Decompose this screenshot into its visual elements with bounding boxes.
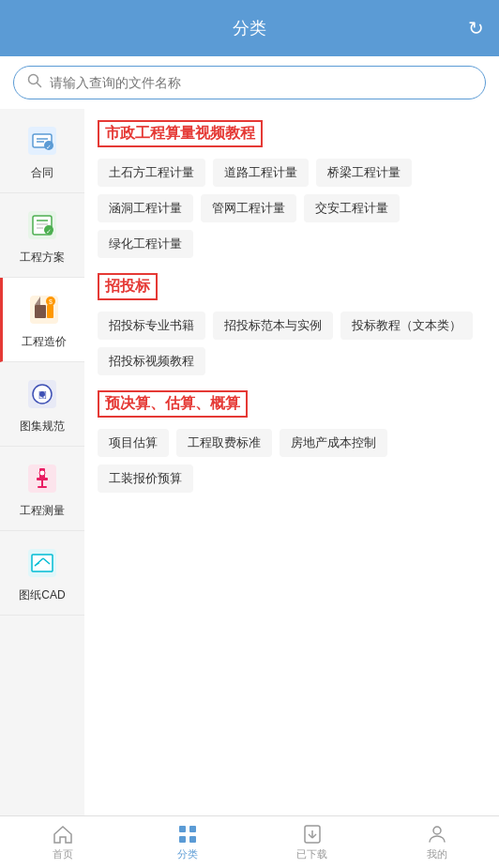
sidebar-item-engineering-plan[interactable]: ✓ 工程方案 bbox=[0, 193, 84, 278]
svg-point-24 bbox=[39, 391, 45, 397]
section-title-budget: 预决算、估算、概算 bbox=[98, 390, 248, 418]
svg-rect-39 bbox=[189, 836, 196, 843]
main-layout: ✓ 合同 ✓ 工程方案 bbox=[0, 109, 499, 815]
sidebar-engineering-cost-label: 工程造价 bbox=[22, 334, 67, 350]
tag-bidding-video[interactable]: 招投标视频教程 bbox=[98, 347, 205, 375]
sidebar-item-cad-drawing[interactable]: 图纸CAD bbox=[0, 531, 84, 616]
svg-rect-27 bbox=[37, 478, 48, 480]
nav-category-label: 分类 bbox=[177, 847, 198, 861]
sidebar-engineering-plan-label: 工程方案 bbox=[20, 250, 65, 266]
sidebar-item-engineering-cost[interactable]: $ 工程造价 bbox=[0, 278, 84, 362]
tag-fitout-quote[interactable]: 工装报价预算 bbox=[98, 464, 193, 493]
cad-drawing-icon bbox=[22, 542, 63, 584]
tag-project-estimate[interactable]: 项目估算 bbox=[98, 429, 169, 457]
tags-municipal: 土石方工程计量 道路工程计量 桥梁工程计量 涵洞工程计量 管网工程计量 交安工程… bbox=[98, 159, 486, 258]
svg-text:$: $ bbox=[49, 298, 53, 305]
svg-rect-38 bbox=[179, 836, 186, 843]
tag-earthwork[interactable]: 土石方工程计量 bbox=[98, 159, 205, 187]
nav-mine-label: 我的 bbox=[427, 847, 447, 861]
tag-traffic-safety[interactable]: 交安工程计量 bbox=[304, 194, 400, 222]
sidebar-item-atlas-spec[interactable]: 图 图集规范 bbox=[0, 362, 84, 447]
section-title-bidding: 招投标 bbox=[98, 273, 158, 300]
search-input[interactable] bbox=[50, 75, 472, 90]
svg-rect-29 bbox=[38, 486, 47, 488]
sidebar-item-engineering-survey[interactable]: 工程测量 bbox=[0, 447, 84, 531]
tags-budget: 项目估算 工程取费标准 房地产成本控制 工装报价预算 bbox=[98, 429, 486, 493]
engineering-cost-icon: $ bbox=[23, 289, 65, 330]
svg-text:✓: ✓ bbox=[46, 228, 52, 235]
nav-item-downloaded[interactable]: 已下载 bbox=[250, 816, 374, 868]
tag-pipeline[interactable]: 管网工程计量 bbox=[201, 194, 296, 222]
home-icon bbox=[52, 823, 74, 845]
tag-bidding-tutorial[interactable]: 投标教程（文本类） bbox=[340, 312, 473, 340]
svg-rect-37 bbox=[189, 826, 196, 832]
section-budget-estimate: 预决算、估算、概算 项目估算 工程取费标准 房地产成本控制 工装报价预算 bbox=[98, 390, 486, 493]
nav-item-home[interactable]: 首页 bbox=[0, 816, 125, 868]
nav-home-label: 首页 bbox=[53, 847, 73, 861]
tag-fee-standard[interactable]: 工程取费标准 bbox=[176, 429, 272, 457]
tag-bridge[interactable]: 桥梁工程计量 bbox=[316, 159, 412, 187]
header: 分类 ↻ bbox=[0, 0, 499, 56]
sidebar-engineering-survey-label: 工程测量 bbox=[20, 503, 65, 519]
tag-bidding-templates[interactable]: 招投标范本与实例 bbox=[213, 312, 333, 340]
search-bar bbox=[0, 56, 499, 109]
engineering-survey-icon bbox=[22, 458, 63, 499]
tag-road[interactable]: 道路工程计量 bbox=[213, 159, 309, 187]
svg-point-44 bbox=[433, 827, 441, 834]
page-title: 分类 bbox=[233, 17, 266, 39]
svg-rect-17 bbox=[47, 305, 53, 318]
sidebar-item-contract[interactable]: ✓ 合同 bbox=[0, 109, 84, 193]
tag-real-estate-cost[interactable]: 房地产成本控制 bbox=[280, 429, 387, 457]
search-icon bbox=[27, 73, 42, 92]
tags-bidding: 招投标专业书籍 招投标范本与实例 投标教程（文本类） 招投标视频教程 bbox=[98, 312, 486, 375]
sidebar-cad-drawing-label: 图纸CAD bbox=[19, 587, 65, 603]
nav-item-category[interactable]: 分类 bbox=[125, 816, 250, 868]
tag-bidding-books[interactable]: 招投标专业书籍 bbox=[98, 312, 205, 340]
tag-culvert[interactable]: 涵洞工程计量 bbox=[98, 194, 193, 222]
nav-downloaded-label: 已下载 bbox=[296, 847, 327, 861]
section-municipal-engineering: 市政工程算量视频教程 土石方工程计量 道路工程计量 桥梁工程计量 涵洞工程计量 … bbox=[98, 120, 486, 258]
sidebar-atlas-spec-label: 图集规范 bbox=[20, 419, 65, 434]
contract-icon: ✓ bbox=[22, 120, 63, 161]
section-title-municipal: 市政工程算量视频教程 bbox=[98, 120, 263, 147]
tag-greening[interactable]: 绿化工程计量 bbox=[98, 230, 193, 258]
svg-rect-16 bbox=[35, 305, 46, 318]
section-bidding: 招投标 招投标专业书籍 招投标范本与实例 投标教程（文本类） 招投标视频教程 bbox=[98, 273, 486, 375]
svg-rect-36 bbox=[179, 826, 186, 832]
svg-text:✓: ✓ bbox=[46, 144, 52, 150]
download-icon bbox=[301, 823, 324, 845]
atlas-spec-icon: 图 bbox=[22, 373, 63, 415]
sidebar-contract-label: 合同 bbox=[31, 165, 53, 181]
svg-point-30 bbox=[39, 470, 45, 476]
search-input-wrap bbox=[13, 66, 486, 99]
nav-item-mine[interactable]: 我的 bbox=[374, 816, 499, 868]
person-icon bbox=[426, 823, 448, 845]
svg-line-1 bbox=[38, 84, 41, 87]
refresh-icon[interactable]: ↻ bbox=[468, 17, 484, 39]
category-icon bbox=[176, 823, 199, 845]
engineering-plan-icon: ✓ bbox=[22, 205, 63, 246]
sidebar: ✓ 合同 ✓ 工程方案 bbox=[0, 109, 84, 815]
bottom-nav: 首页 分类 已下载 我的 bbox=[0, 815, 499, 868]
content-area: 市政工程算量视频教程 土石方工程计量 道路工程计量 桥梁工程计量 涵洞工程计量 … bbox=[84, 109, 499, 815]
